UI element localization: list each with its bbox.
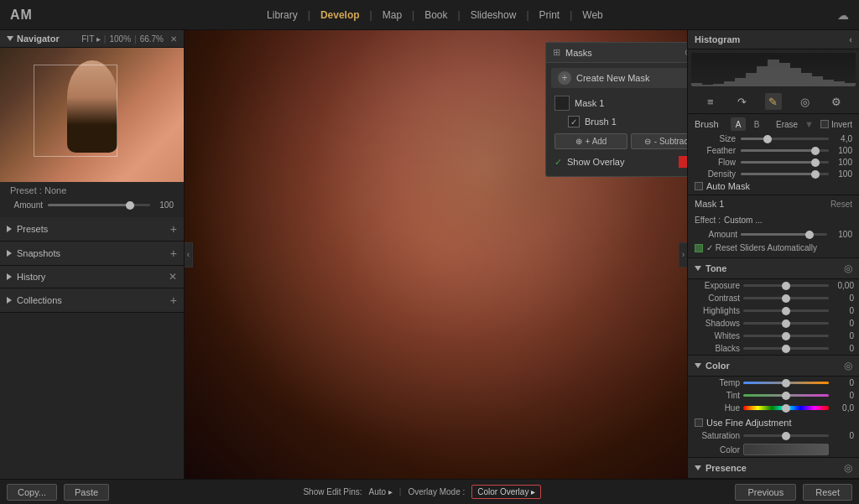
exposure-thumb[interactable] — [782, 282, 790, 290]
overlay-color-swatch[interactable] — [679, 156, 687, 168]
snapshots-header[interactable]: Snapshots + — [0, 242, 184, 265]
overlay-mode-dropdown[interactable]: Color Overlay ▸ — [471, 485, 541, 499]
right-panel-collapse-arrow[interactable]: › — [679, 242, 687, 268]
subtract-mask-btn[interactable]: ⊖ - Subtract — [631, 133, 687, 149]
flow-track[interactable] — [741, 161, 829, 164]
size-thumb[interactable] — [763, 135, 772, 143]
color-collapse-icon — [695, 363, 701, 368]
amount-main-track[interactable] — [741, 233, 827, 236]
auto-mask-checkbox[interactable] — [695, 182, 703, 190]
saturation-track[interactable] — [743, 434, 829, 437]
temp-track[interactable] — [743, 382, 829, 384]
history-close-btn[interactable]: ✕ — [169, 271, 177, 283]
blacks-thumb[interactable] — [782, 345, 790, 353]
brush-1-item[interactable]: ✓ Brush 1 — [551, 113, 687, 130]
masks-grid-icon: ⊞ — [553, 47, 560, 58]
mask1-reset-btn[interactable]: Reset — [830, 200, 852, 209]
left-panel-collapse-arrow[interactable]: ‹ — [185, 242, 193, 268]
nav-fit-label[interactable]: FIT ▸ — [81, 34, 101, 44]
brush-erase-label[interactable]: Erase — [776, 120, 798, 129]
copy-btn[interactable]: Copy... — [7, 484, 57, 501]
color-swatch[interactable] — [743, 444, 829, 455]
navigator-header[interactable]: Navigator FIT ▸ | 100% | 66.7% ✕ — [0, 30, 184, 48]
highlights-thumb[interactable] — [782, 307, 790, 315]
gear-tool-icon[interactable]: ⚙ — [828, 93, 845, 110]
nav-slideshow[interactable]: Slideshow — [464, 6, 523, 24]
amount-track[interactable] — [48, 204, 150, 206]
create-new-mask-btn[interactable]: + Create New Mask — [551, 68, 687, 88]
collections-add-btn[interactable]: + — [170, 294, 177, 307]
density-thumb[interactable] — [811, 170, 820, 179]
nav-develop[interactable]: Develop — [314, 6, 367, 24]
hue-value: 0,0 — [829, 403, 854, 413]
contrast-thumb[interactable] — [782, 294, 790, 303]
effect-value[interactable]: Custom ... — [724, 216, 763, 225]
shadows-thumb[interactable] — [782, 320, 790, 328]
nav-print[interactable]: Print — [533, 6, 567, 24]
previous-btn[interactable]: Previous — [735, 484, 796, 501]
snapshots-add-btn[interactable]: + — [170, 247, 177, 260]
reset-sliders-checkbox[interactable] — [695, 244, 703, 252]
add-mask-btn[interactable]: ⊕ + Add — [554, 133, 627, 149]
invert-checkbox[interactable] — [820, 120, 829, 128]
basic-panel-icon[interactable]: ≡ — [702, 93, 719, 110]
size-track[interactable] — [741, 138, 829, 140]
nav-book[interactable]: Book — [418, 6, 454, 24]
eye-tool-icon[interactable]: ◎ — [797, 93, 814, 110]
amount-main-thumb[interactable] — [805, 231, 814, 239]
highlights-label: Highlights — [693, 306, 743, 315]
tone-eye-icon[interactable]: ◎ — [844, 262, 852, 274]
brush-tab-a[interactable]: A — [731, 117, 746, 131]
nav-web[interactable]: Web — [575, 6, 609, 24]
mask-1-item[interactable]: Mask 1 — [551, 93, 687, 113]
tone-curve-icon[interactable]: ↷ — [733, 93, 750, 110]
hue-thumb[interactable] — [782, 404, 790, 413]
nav-zoom667[interactable]: 66.7% — [140, 34, 164, 44]
exposure-track[interactable] — [743, 284, 829, 287]
histogram-header[interactable]: Histogram ‹ — [688, 30, 859, 49]
whites-track[interactable] — [743, 335, 829, 337]
navigator-close[interactable]: ✕ — [170, 34, 177, 44]
overlay-checkbox[interactable]: ✓ — [554, 157, 562, 168]
presets-add-btn[interactable]: + — [170, 222, 177, 236]
presence-eye-icon[interactable]: ◎ — [844, 462, 852, 474]
flow-thumb[interactable] — [811, 158, 820, 167]
histogram-collapse-icon[interactable]: ‹ — [849, 34, 852, 44]
blacks-track[interactable] — [743, 347, 829, 350]
nav-library[interactable]: Library — [260, 6, 305, 24]
auto-label[interactable]: Auto ▸ — [368, 487, 392, 496]
paste-btn[interactable]: Paste — [64, 484, 109, 501]
masks-settings-icon[interactable]: ⊙ — [685, 47, 687, 58]
hist-bar-14 — [845, 83, 856, 86]
color-eye-icon[interactable]: ◎ — [844, 360, 852, 372]
nav-zoom100[interactable]: 100% — [109, 34, 131, 44]
fine-adj-checkbox[interactable] — [695, 418, 703, 427]
history-header[interactable]: History ✕ — [0, 266, 184, 288]
shadows-track[interactable] — [743, 322, 829, 325]
presets-header[interactable]: Presets + — [0, 217, 184, 241]
nav-map[interactable]: Map — [376, 6, 409, 24]
hue-track[interactable] — [743, 406, 829, 410]
tint-track[interactable] — [743, 394, 829, 397]
color-section-header[interactable]: Color ◎ — [688, 355, 859, 377]
amount-thumb[interactable] — [126, 201, 134, 210]
brush-1-checkbox[interactable]: ✓ — [568, 116, 580, 127]
collections-header[interactable]: Collections + — [0, 288, 184, 312]
top-bar: AM Library | Develop | Map | Book | Slid… — [0, 0, 859, 30]
tint-thumb[interactable] — [782, 392, 790, 400]
whites-thumb[interactable] — [782, 332, 790, 340]
color-swatch-label: Color — [693, 445, 743, 455]
tone-section-header[interactable]: Tone ◎ — [688, 257, 859, 279]
density-track[interactable] — [741, 173, 829, 175]
brush-tab-b[interactable]: B — [749, 117, 764, 131]
feather-thumb[interactable] — [811, 147, 820, 155]
reset-btn[interactable]: Reset — [803, 484, 852, 501]
contrast-track[interactable] — [743, 297, 829, 299]
brush-tool-icon[interactable]: ✎ — [765, 93, 782, 110]
highlights-track[interactable] — [743, 309, 829, 312]
saturation-thumb[interactable] — [782, 432, 790, 440]
temp-thumb[interactable] — [782, 379, 790, 387]
feather-track[interactable] — [741, 149, 829, 152]
cloud-icon[interactable]: ☁ — [837, 8, 849, 22]
presence-section-header[interactable]: Presence ◎ — [688, 457, 859, 479]
